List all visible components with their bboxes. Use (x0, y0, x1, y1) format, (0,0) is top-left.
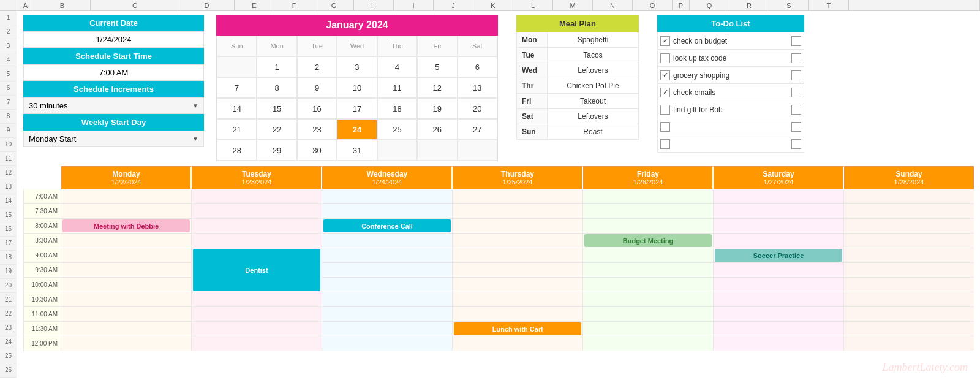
todo-checkbox2-6[interactable] (791, 122, 801, 132)
cal-cell-15[interactable]: 15 (257, 98, 296, 119)
wed-830[interactable] (322, 234, 452, 248)
thu-1200[interactable] (453, 336, 582, 351)
cal-cell-12[interactable]: 12 (417, 77, 457, 98)
sun-800[interactable] (844, 219, 974, 234)
cal-cell-28[interactable]: 28 (217, 140, 257, 161)
tue-730[interactable] (192, 204, 322, 219)
todo-checkbox2-3[interactable] (791, 70, 801, 80)
todo-checkbox-3[interactable]: ✓ (660, 70, 670, 80)
cal-cell-20[interactable]: 20 (458, 98, 497, 119)
tue-700[interactable] (192, 189, 322, 204)
tue-900[interactable]: Dentist (192, 248, 322, 292)
fri-1200[interactable] (583, 336, 713, 351)
todo-checkbox2-2[interactable] (791, 53, 801, 63)
sun-900[interactable] (844, 248, 974, 263)
mon-1200[interactable] (61, 336, 191, 351)
cal-cell-8[interactable]: 8 (257, 77, 296, 98)
fri-1030[interactable] (583, 292, 713, 307)
schedule-increments-dropdown[interactable]: 30 minutes ▼ (23, 97, 204, 114)
tue-1100a[interactable] (192, 292, 322, 307)
cal-cell-16[interactable]: 16 (297, 98, 337, 119)
cal-cell-22[interactable]: 22 (257, 119, 296, 140)
wed-1130[interactable] (322, 322, 452, 336)
wed-1030[interactable] (322, 292, 452, 307)
cal-cell-11[interactable]: 11 (377, 77, 417, 98)
sat-1200[interactable] (714, 336, 843, 351)
sat-800[interactable] (714, 219, 843, 234)
fri-700[interactable] (583, 189, 713, 204)
cal-cell-5[interactable]: 5 (417, 56, 457, 77)
todo-checkbox-2[interactable] (660, 53, 670, 63)
sat-730[interactable] (714, 204, 843, 219)
thu-900[interactable] (453, 248, 582, 263)
cal-cell-4[interactable]: 4 (377, 56, 417, 77)
fri-1130[interactable] (583, 322, 713, 336)
sat-1130[interactable] (714, 322, 843, 336)
wed-930[interactable] (322, 263, 452, 278)
mon-800[interactable]: Meeting with Debbie (61, 219, 191, 234)
event-budget-meeting[interactable]: Budget Meeting (584, 234, 712, 247)
fri-900[interactable] (583, 248, 713, 263)
sat-700[interactable] (714, 189, 843, 204)
todo-checkbox-6[interactable] (660, 122, 670, 132)
mon-830[interactable] (61, 234, 191, 248)
thu-730[interactable] (453, 204, 582, 219)
wed-1000[interactable] (322, 278, 452, 292)
thu-700[interactable] (453, 189, 582, 204)
wed-900[interactable] (322, 248, 452, 263)
sun-1200[interactable] (844, 336, 974, 351)
sun-830[interactable] (844, 234, 974, 248)
tue-800[interactable] (192, 219, 322, 234)
thu-1000[interactable] (453, 278, 582, 292)
mon-730[interactable] (61, 204, 191, 219)
todo-checkbox2-1[interactable] (791, 36, 801, 46)
thu-800[interactable] (453, 219, 582, 234)
event-soccer-practice[interactable]: Soccer Practice (715, 249, 842, 262)
event-dentist[interactable]: Dentist (193, 249, 320, 291)
cal-cell-10[interactable]: 10 (337, 77, 377, 98)
wed-1100[interactable] (322, 307, 452, 322)
cal-cell-1[interactable]: 1 (257, 56, 296, 77)
mon-1000[interactable] (61, 278, 191, 292)
mon-1100[interactable] (61, 307, 191, 322)
cal-cell-25[interactable]: 25 (377, 119, 417, 140)
tue-1100[interactable] (192, 307, 322, 322)
fri-830[interactable]: Budget Meeting (583, 234, 713, 248)
todo-checkbox-5[interactable] (660, 105, 670, 115)
event-lunch-carl[interactable]: Lunch with Carl (454, 322, 581, 335)
todo-checkbox-4[interactable]: ✓ (660, 88, 670, 97)
cal-cell-17[interactable]: 17 (337, 98, 377, 119)
weekly-start-day-dropdown[interactable]: Monday Start ▼ (23, 131, 204, 147)
mon-700[interactable] (61, 189, 191, 204)
thu-1100[interactable] (453, 307, 582, 322)
cal-cell-23[interactable]: 23 (297, 119, 337, 140)
wed-730[interactable] (322, 204, 452, 219)
thu-1130[interactable]: Lunch with Carl (453, 322, 582, 336)
cal-cell-6[interactable]: 6 (458, 56, 497, 77)
sun-700[interactable] (844, 189, 974, 204)
thu-930[interactable] (453, 263, 582, 278)
cal-cell-26[interactable]: 26 (417, 119, 457, 140)
sun-1100[interactable] (844, 307, 974, 322)
todo-checkbox-1[interactable]: ✓ (660, 36, 670, 46)
cal-cell-18[interactable]: 18 (377, 98, 417, 119)
cal-cell-27[interactable]: 27 (458, 119, 497, 140)
mon-900[interactable] (61, 248, 191, 263)
cal-cell-24-today[interactable]: 24 (337, 119, 377, 140)
thu-830[interactable] (453, 234, 582, 248)
event-meeting-debbie[interactable]: Meeting with Debbie (62, 219, 190, 232)
cal-cell-3[interactable]: 3 (337, 56, 377, 77)
fri-800[interactable] (583, 219, 713, 234)
fri-930[interactable] (583, 263, 713, 278)
tue-1130[interactable] (192, 322, 322, 336)
sun-930[interactable] (844, 263, 974, 278)
sun-730[interactable] (844, 204, 974, 219)
sun-1000[interactable] (844, 278, 974, 292)
sat-1000[interactable] (714, 278, 843, 292)
thu-1030[interactable] (453, 292, 582, 307)
event-conference-call[interactable]: Conference Call (323, 219, 451, 232)
cal-cell-14[interactable]: 14 (217, 98, 257, 119)
cal-cell-empty[interactable] (217, 56, 257, 77)
sun-1030[interactable] (844, 292, 974, 307)
tue-830[interactable] (192, 234, 322, 248)
